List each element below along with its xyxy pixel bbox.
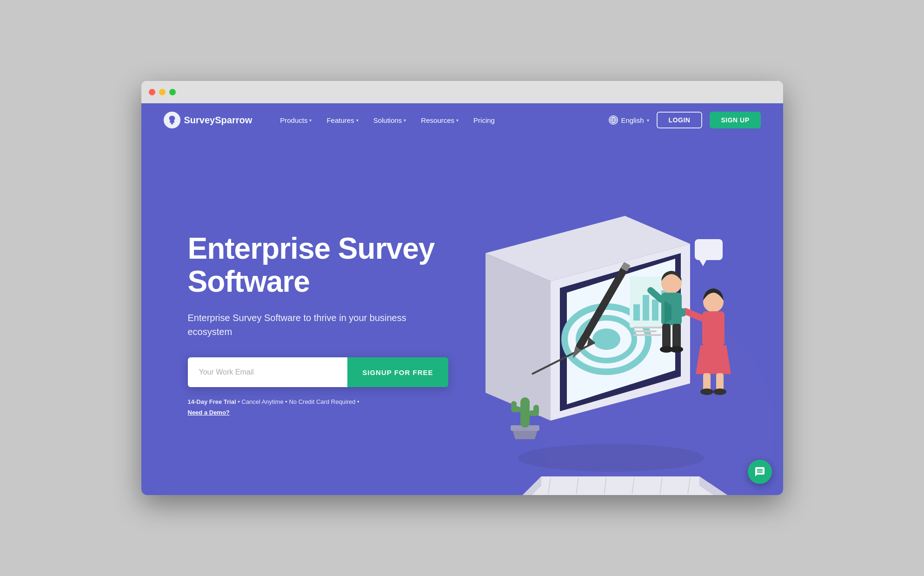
nav-links: Products ▾ Features ▾ Solutions ▾ Resour… bbox=[274, 113, 609, 128]
svg-point-1 bbox=[518, 444, 704, 472]
chat-button[interactable] bbox=[748, 460, 772, 484]
svg-rect-56 bbox=[533, 405, 539, 414]
hero-title: Enterprise Survey Software bbox=[188, 232, 448, 298]
language-selector[interactable]: English ▾ bbox=[609, 115, 649, 125]
hero-svg bbox=[448, 216, 746, 495]
svg-rect-54 bbox=[511, 401, 517, 410]
svg-point-44 bbox=[700, 388, 713, 395]
nav-item-resources[interactable]: Resources ▾ bbox=[415, 113, 464, 128]
svg-rect-35 bbox=[672, 324, 681, 349]
chevron-down-icon: ▾ bbox=[456, 118, 459, 123]
logo-icon bbox=[164, 112, 180, 128]
svg-point-18 bbox=[592, 328, 620, 350]
svg-rect-40 bbox=[702, 311, 725, 346]
signup-free-button[interactable]: SIGNUP FOR FREE bbox=[347, 357, 448, 387]
email-input[interactable] bbox=[188, 357, 348, 387]
svg-marker-2 bbox=[523, 476, 727, 495]
nav-item-products[interactable]: Products ▾ bbox=[274, 113, 317, 128]
svg-rect-27 bbox=[633, 330, 657, 332]
hero-illustration bbox=[448, 155, 746, 495]
page-content: SurveySparrow Products ▾ Features ▾ Solu… bbox=[141, 103, 783, 495]
nav-item-solutions[interactable]: Solutions ▾ bbox=[368, 113, 412, 128]
svg-point-37 bbox=[670, 346, 683, 353]
svg-point-45 bbox=[713, 388, 726, 395]
close-button[interactable] bbox=[149, 89, 155, 95]
hero-section: Enterprise Survey Software Enterprise Su… bbox=[141, 137, 783, 495]
logo-text: SurveySparrow bbox=[184, 115, 253, 126]
svg-marker-58 bbox=[699, 260, 706, 266]
browser-chrome bbox=[141, 81, 783, 103]
maximize-button[interactable] bbox=[169, 89, 176, 95]
svg-marker-41 bbox=[696, 345, 731, 374]
hero-subtitle: Enterprise Survey Software to thrive in … bbox=[188, 311, 448, 339]
minimize-button[interactable] bbox=[159, 89, 166, 95]
svg-rect-24 bbox=[652, 300, 658, 321]
svg-marker-11 bbox=[485, 253, 551, 421]
email-form: SIGNUP FOR FREE bbox=[188, 357, 448, 387]
svg-rect-28 bbox=[633, 334, 661, 336]
svg-rect-22 bbox=[633, 304, 640, 321]
chevron-down-icon: ▾ bbox=[647, 118, 649, 123]
globe-icon bbox=[609, 115, 618, 125]
signup-button[interactable]: SIGN UP bbox=[710, 112, 760, 128]
svg-rect-57 bbox=[695, 239, 723, 260]
hero-left: Enterprise Survey Software Enterprise Su… bbox=[188, 232, 448, 418]
logo[interactable]: SurveySparrow bbox=[164, 112, 253, 128]
nav-item-pricing[interactable]: Pricing bbox=[468, 113, 500, 128]
nav-item-features[interactable]: Features ▾ bbox=[321, 113, 364, 128]
svg-rect-23 bbox=[643, 295, 649, 321]
fine-print: 14-Day Free Trial • Cancel Anytime • No … bbox=[188, 396, 448, 418]
chevron-down-icon: ▾ bbox=[404, 118, 406, 123]
navbar: SurveySparrow Products ▾ Features ▾ Solu… bbox=[141, 103, 783, 137]
login-button[interactable]: LOGIN bbox=[657, 112, 703, 128]
browser-window: SurveySparrow Products ▾ Features ▾ Solu… bbox=[141, 81, 783, 495]
chevron-down-icon: ▾ bbox=[309, 118, 312, 123]
svg-rect-52 bbox=[520, 397, 530, 428]
chevron-down-icon: ▾ bbox=[356, 118, 359, 123]
chat-icon bbox=[754, 466, 765, 477]
need-demo-link[interactable]: Need a Demo? bbox=[188, 409, 230, 416]
nav-right: English ▾ LOGIN SIGN UP bbox=[609, 112, 760, 128]
svg-marker-50 bbox=[512, 430, 538, 439]
